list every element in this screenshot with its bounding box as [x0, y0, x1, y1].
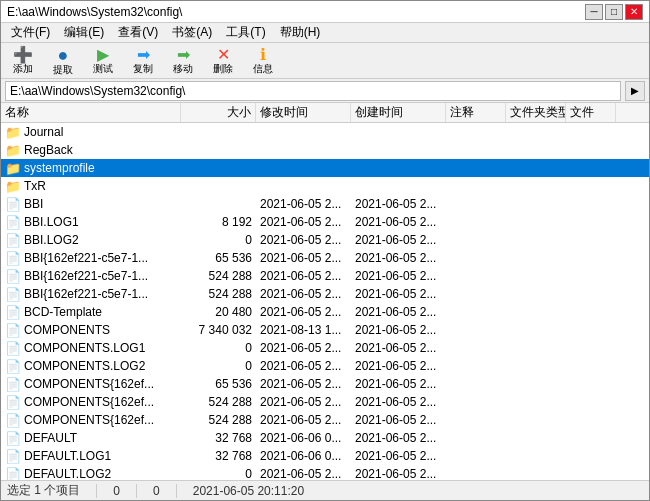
file-icon: 📄 — [5, 305, 21, 320]
maximize-button[interactable]: □ — [605, 4, 623, 20]
file-name-cell: 📁 TxR — [1, 177, 181, 195]
table-row[interactable]: 📄 COMPONENTS 7 340 032 2021-08-13 1... 2… — [1, 321, 649, 339]
menu-view[interactable]: 查看(V) — [112, 23, 164, 42]
col-header-created[interactable]: 创建时间 — [351, 103, 446, 122]
table-row[interactable]: 📄 BCD-Template 20 480 2021-06-05 2... 20… — [1, 303, 649, 321]
file-created-cell: 2021-06-05 2... — [351, 285, 446, 303]
file-note-cell — [446, 213, 506, 231]
table-row[interactable]: 📄 BBI.LOG2 0 2021-06-05 2... 2021-06-05 … — [1, 231, 649, 249]
table-row[interactable]: 📄 BBI{162ef221-c5e7-1... 65 536 2021-06-… — [1, 249, 649, 267]
file-name-cell: 📄 COMPONENTS{162ef... — [1, 375, 181, 393]
table-row[interactable]: 📁 RegBack — [1, 141, 649, 159]
menu-tools[interactable]: 工具(T) — [220, 23, 271, 42]
file-file-cell — [566, 303, 616, 321]
file-file-cell — [566, 267, 616, 285]
file-modified-cell: 2021-06-05 2... — [256, 213, 351, 231]
address-go-button[interactable]: ▶ — [625, 81, 645, 101]
file-size-cell: 0 — [181, 465, 256, 480]
file-file-cell — [566, 231, 616, 249]
table-row[interactable]: 📄 DEFAULT.LOG1 32 768 2021-06-06 0... 20… — [1, 447, 649, 465]
table-row[interactable]: 📄 COMPONENTS{162ef... 65 536 2021-06-05 … — [1, 375, 649, 393]
file-note-cell — [446, 177, 506, 195]
file-name-cell: 📄 BBI{162ef221-c5e7-1... — [1, 285, 181, 303]
menu-bookmark[interactable]: 书签(A) — [166, 23, 218, 42]
file-modified-cell — [256, 177, 351, 195]
table-row[interactable]: 📄 BBI{162ef221-c5e7-1... 524 288 2021-06… — [1, 285, 649, 303]
file-size-cell: 0 — [181, 357, 256, 375]
file-created-cell: 2021-06-05 2... — [351, 231, 446, 249]
table-row[interactable]: 📁 Journal — [1, 123, 649, 141]
add-button[interactable]: ➕ 添加 — [5, 45, 41, 77]
file-name: BBI{162ef221-c5e7-1... — [24, 251, 148, 265]
file-note-cell — [446, 339, 506, 357]
file-name: BBI.LOG1 — [24, 215, 79, 229]
table-row[interactable]: 📄 COMPONENTS{162ef... 524 288 2021-06-05… — [1, 411, 649, 429]
copy-button[interactable]: ➡ 复制 — [125, 45, 161, 77]
file-type-cell — [506, 447, 566, 465]
file-type-cell — [506, 177, 566, 195]
minimize-button[interactable]: ─ — [585, 4, 603, 20]
delete-button[interactable]: ✕ 删除 — [205, 45, 241, 77]
toolbar: ➕ 添加 ● 提取 ▶ 测试 ➡ 复制 ➡ 移动 ✕ 删除 ℹ 信息 — [1, 43, 649, 79]
file-file-cell — [566, 465, 616, 480]
file-name: COMPONENTS.LOG2 — [24, 359, 145, 373]
file-name: COMPONENTS — [24, 323, 110, 337]
delete-label: 删除 — [213, 64, 233, 74]
file-type-cell — [506, 321, 566, 339]
file-name: BBI — [24, 197, 43, 211]
file-note-cell — [446, 285, 506, 303]
table-row[interactable]: 📄 BBI 2021-06-05 2... 2021-06-05 2... — [1, 195, 649, 213]
col-header-note[interactable]: 注释 — [446, 103, 506, 122]
file-modified-cell: 2021-06-05 2... — [256, 285, 351, 303]
file-size-cell: 7 340 032 — [181, 321, 256, 339]
menu-edit[interactable]: 编辑(E) — [58, 23, 110, 42]
file-file-cell — [566, 285, 616, 303]
file-icon: 📄 — [5, 269, 21, 284]
move-button[interactable]: ➡ 移动 — [165, 45, 201, 77]
extract-icon: ● — [58, 46, 69, 64]
copy-label: 复制 — [133, 64, 153, 74]
folder-icon: 📁 — [5, 143, 21, 158]
folder-icon: 📁 — [5, 125, 21, 140]
file-name-cell: 📁 RegBack — [1, 141, 181, 159]
status-count: 0 — [153, 484, 160, 498]
table-row[interactable]: 📄 DEFAULT.LOG2 0 2021-06-05 2... 2021-06… — [1, 465, 649, 480]
menu-help[interactable]: 帮助(H) — [274, 23, 327, 42]
file-created-cell: 2021-06-05 2... — [351, 303, 446, 321]
close-button[interactable]: ✕ — [625, 4, 643, 20]
file-list[interactable]: 📁 Journal 📁 RegBack 📁 systemprofile — [1, 123, 649, 480]
table-row[interactable]: 📄 DEFAULT 32 768 2021-06-06 0... 2021-06… — [1, 429, 649, 447]
file-modified-cell: 2021-06-05 2... — [256, 465, 351, 480]
table-row[interactable]: 📄 COMPONENTS{162ef... 524 288 2021-06-05… — [1, 393, 649, 411]
status-datetime: 2021-06-05 20:11:20 — [193, 484, 304, 498]
address-input[interactable] — [5, 81, 621, 101]
col-header-size[interactable]: 大小 — [181, 103, 256, 122]
file-file-cell — [566, 447, 616, 465]
file-modified-cell: 2021-06-05 2... — [256, 267, 351, 285]
col-header-file[interactable]: 文件 — [566, 103, 616, 122]
extract-button[interactable]: ● 提取 — [45, 45, 81, 77]
menu-file[interactable]: 文件(F) — [5, 23, 56, 42]
col-header-name[interactable]: 名称 — [1, 103, 181, 122]
table-row[interactable]: 📄 COMPONENTS.LOG1 0 2021-06-05 2... 2021… — [1, 339, 649, 357]
file-name: BBI.LOG2 — [24, 233, 79, 247]
table-row[interactable]: 📄 BBI{162ef221-c5e7-1... 524 288 2021-06… — [1, 267, 649, 285]
file-type-cell — [506, 231, 566, 249]
col-header-modified[interactable]: 修改时间 — [256, 103, 351, 122]
table-row[interactable]: 📁 TxR — [1, 177, 649, 195]
table-row[interactable]: 📄 BBI.LOG1 8 192 2021-06-05 2... 2021-06… — [1, 213, 649, 231]
info-button[interactable]: ℹ 信息 — [245, 45, 281, 77]
file-file-cell — [566, 321, 616, 339]
col-header-type[interactable]: 文件夹类型 — [506, 103, 566, 122]
table-row[interactable]: 📄 COMPONENTS.LOG2 0 2021-06-05 2... 2021… — [1, 357, 649, 375]
table-row[interactable]: 📁 systemprofile — [1, 159, 649, 177]
test-button[interactable]: ▶ 测试 — [85, 45, 121, 77]
file-modified-cell: 2021-06-05 2... — [256, 231, 351, 249]
file-name-cell: 📄 COMPONENTS{162ef... — [1, 411, 181, 429]
file-size-cell — [181, 177, 256, 195]
file-note-cell — [446, 231, 506, 249]
status-sep-2 — [136, 484, 137, 498]
file-size-cell: 524 288 — [181, 267, 256, 285]
title-bar: E:\aa\Windows\System32\config\ ─ □ ✕ — [1, 1, 649, 23]
file-name: COMPONENTS{162ef... — [24, 413, 154, 427]
